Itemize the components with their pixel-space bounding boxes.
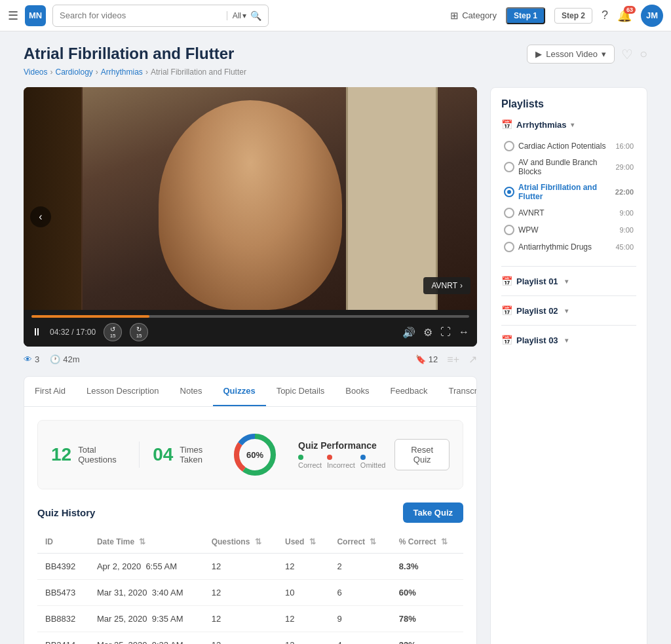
bookmark-count-badge[interactable]: 🔖 12 (415, 354, 438, 364)
col-datetime[interactable]: Date Time ⇅ (89, 531, 204, 554)
video-prev-btn[interactable]: ‹ (30, 206, 51, 227)
performance-title: Quiz Performance (298, 440, 385, 451)
tab-lesson-description[interactable]: Lesson Description (76, 377, 170, 406)
playlist-divider (501, 266, 636, 267)
playlist-add-icon[interactable]: ≡+ (447, 354, 459, 366)
breadcrumb-videos[interactable]: Videos (24, 67, 47, 77)
breadcrumb-arrhythmias[interactable]: Arrhythmias (101, 67, 143, 77)
progress-bar[interactable] (31, 315, 469, 318)
times-taken-num: 04 (153, 444, 173, 465)
playlist-item-time: 45:00 (615, 243, 634, 251)
pause-btn[interactable]: ⏸ (31, 326, 42, 338)
rewind-15-btn[interactable]: ↺ 15 (104, 323, 122, 341)
playlist-item[interactable]: WPW 9:00 (501, 221, 636, 238)
quiz-history-title: Quiz History (37, 507, 95, 518)
col-correct[interactable]: Correct ⇅ (329, 531, 391, 554)
total-questions-label: Total Questions (78, 445, 126, 464)
playlists-title: Playlists (501, 98, 636, 110)
playlist03-header[interactable]: 📅 Playlist 03 ▾ (501, 332, 636, 348)
col-questions[interactable]: Questions ⇅ (204, 531, 277, 554)
playlist02-label: Playlist 02 (516, 306, 558, 316)
row-used: 12 (277, 606, 329, 632)
row-correct: 9 (329, 606, 391, 632)
playlist-item-time: 16:00 (615, 142, 634, 150)
tabs-section: First Aid Lesson Description Notes Quizz… (24, 376, 477, 644)
table-row: BB4392 Apr 2, 2020 6:55 AM 12 12 2 8.3% (37, 554, 463, 580)
volume-icon[interactable]: 🔊 (402, 326, 415, 339)
time-display: 04:32 / 17:00 (50, 328, 96, 337)
menu-icon[interactable]: ☰ (8, 9, 18, 23)
share-icon[interactable]: ↗ (469, 353, 477, 366)
breadcrumb-current: Atrial Fibrillation and Flutter (151, 67, 246, 77)
progress-fill (31, 315, 149, 318)
total-questions-stat: 12 Total Questions (51, 444, 126, 465)
search-input[interactable] (60, 10, 227, 20)
video-meta-right: 🔖 12 ≡+ ↗ (415, 353, 477, 366)
category-btn[interactable]: ⊞ Category (450, 10, 497, 22)
complete-check-icon[interactable]: ○ (640, 47, 647, 62)
quiz-content: 12 Total Questions 04 Times Taken (24, 407, 476, 644)
playlist-item-time: 9:00 (620, 209, 634, 217)
tab-first-aid[interactable]: First Aid (24, 377, 76, 406)
playlist-item[interactable]: Antiarrhythmic Drugs 45:00 (501, 238, 636, 256)
page-title: Atrial Fibrillation and Flutter (24, 45, 234, 63)
tab-topic-details[interactable]: Topic Details (266, 377, 336, 406)
playlist-item-time: 29:00 (615, 163, 634, 171)
playlist02-header[interactable]: 📅 Playlist 02 ▾ (501, 303, 636, 318)
step2-btn[interactable]: Step 2 (554, 8, 592, 24)
arrhythmias-header[interactable]: 📅 Arrhythmias ▾ (501, 119, 636, 132)
playlist-item[interactable]: Cardiac Action Potentials 16:00 (501, 138, 636, 155)
tab-transcript[interactable]: Transcript (438, 377, 476, 406)
fullscreen-icon[interactable]: ⛶ (440, 326, 451, 338)
col-pct-correct[interactable]: % Correct ⇅ (391, 531, 463, 554)
playlist-item[interactable]: AV and Bundle Branch Blocks 29:00 (501, 155, 636, 180)
playlist01-header[interactable]: 📅 Playlist 01 ▾ (501, 273, 636, 289)
row-datetime: Mar 31, 2020 3:40 AM (89, 580, 204, 606)
playlist-item-title: WPW (518, 225, 539, 235)
user-avatar[interactable]: JM (641, 5, 663, 27)
top-navbar: ☰ MN All ▾ 🔍 ⊞ Category Step 1 Step 2 ? … (0, 0, 671, 31)
playlist-item-icon (504, 242, 514, 252)
times-taken-label: Times Taken (180, 445, 218, 464)
playlist-item[interactable]: AVNRT 9:00 (501, 204, 636, 221)
arrhythmias-label: Arrhythmias (516, 120, 567, 130)
row-pct: 60% (391, 580, 463, 606)
video-controls: ⏸ 04:32 / 17:00 ↺ 15 ↻ 15 (24, 310, 477, 347)
col-used[interactable]: Used ⇅ (277, 531, 329, 554)
forward-15-btn[interactable]: ↻ 15 (130, 323, 148, 341)
help-icon[interactable]: ? (602, 9, 608, 22)
playlist-item-title: AVNRT (518, 208, 545, 218)
duration-badge: 🕐 42m (50, 354, 79, 364)
tab-books[interactable]: Books (335, 377, 379, 406)
page-header: Atrial Fibrillation and Flutter ▶ Lesson… (24, 45, 647, 64)
playlist-item-title: Antiarrhythmic Drugs (518, 242, 592, 252)
row-datetime: Mar 25, 2020 9:35 AM (89, 606, 204, 632)
next-video-label[interactable]: AVNRT › (423, 277, 470, 294)
tab-feedback[interactable]: Feedback (379, 377, 438, 406)
reset-quiz-btn[interactable]: Reset Quiz (394, 439, 450, 470)
search-icon[interactable]: 🔍 (250, 10, 261, 21)
stat-divider (139, 442, 140, 468)
notifications-btn[interactable]: 🔔 63 (617, 9, 632, 23)
quiz-performance-info: Quiz Performance Correct Incorrect Omitt… (298, 440, 385, 469)
row-pct: 33% (391, 632, 463, 645)
views-badge: 👁 3 (24, 354, 39, 364)
playlist-item-active[interactable]: Atrial Fibrillation and Flutter 22:00 (501, 180, 636, 204)
breadcrumb-cardiology[interactable]: Cardiology (55, 67, 92, 77)
performance-legend: Correct Incorrect Omitted (298, 453, 385, 469)
playlist-item-time: 22:00 (615, 188, 634, 196)
step1-btn[interactable]: Step 1 (506, 7, 545, 24)
take-quiz-btn[interactable]: Take Quiz (403, 502, 463, 523)
table-row: BB2414 Mar 25, 2020 9:32 AM 12 12 4 33% (37, 632, 463, 645)
tab-quizzes[interactable]: Quizzes (213, 377, 266, 406)
playlist-item-icon-active (504, 187, 514, 197)
performance-donut: 60% (231, 431, 278, 478)
bookmark-heart-icon[interactable]: ♡ (621, 47, 633, 62)
resize-icon[interactable]: ↔ (459, 326, 469, 338)
search-filter-btn[interactable]: All ▾ (227, 11, 246, 20)
row-id: BB8832 (37, 606, 89, 632)
quiz-table-head: ID Date Time ⇅ Questions ⇅ Used ⇅ Correc… (37, 531, 463, 554)
lesson-video-btn[interactable]: ▶ Lesson Video ▾ (527, 45, 615, 64)
tab-notes[interactable]: Notes (170, 377, 213, 406)
settings-icon[interactable]: ⚙ (423, 326, 432, 339)
